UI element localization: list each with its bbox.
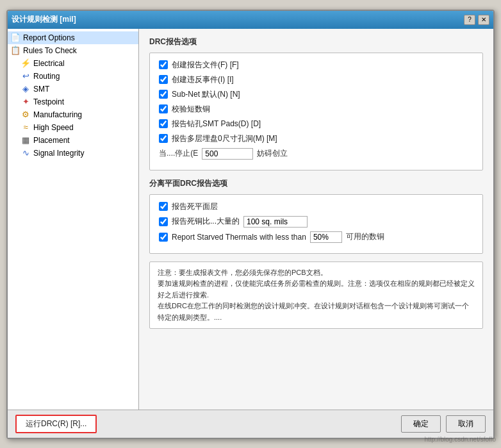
stop-label: 当....停止(E [159, 148, 198, 159]
cancel-button[interactable]: 取消 [446, 415, 486, 433]
starved-thermal-suffix: 可用的数铜 [346, 231, 384, 242]
plane-section: 分离平面DRC报告选项 报告死平面层 报告死铜比...大量的 Report St… [149, 178, 483, 254]
checkbox-create-report[interactable] [159, 60, 168, 69]
plane-section-title: 分离平面DRC报告选项 [149, 178, 483, 189]
sidebar-item-label: Manufacturing [33, 110, 82, 119]
smt-icon: ◈ [21, 84, 31, 94]
sidebar-item-signal-integrity[interactable]: ∿ Signal Integrity [8, 147, 138, 160]
sidebar-item-label: High Speed [33, 123, 74, 132]
help-button[interactable]: ? [464, 15, 475, 25]
electrical-icon: ⚡ [21, 58, 31, 69]
routing-icon: ↩ [21, 71, 31, 81]
checkbox-report-dead[interactable] [159, 202, 168, 211]
checkbox-report-drill[interactable] [159, 119, 168, 128]
checkbox-starved-thermal[interactable] [159, 233, 168, 242]
rules-icon: 📋 [10, 46, 21, 56]
label-report-multilayer: 报告多层埋盘0尺寸孔洞(M) [M] [172, 133, 277, 144]
placement-icon: ▦ [21, 135, 31, 145]
checkbox-row-report-drill: 报告钻孔SMT Pads(D) [D] [159, 119, 473, 129]
label-create-report: 创建报告文件(F) [F] [172, 60, 239, 71]
testpoint-icon: ✦ [21, 97, 31, 107]
checkbox-row-report-multilayer: 报告多层埋盘0尺寸孔洞(M) [M] [159, 133, 473, 144]
ok-button[interactable]: 确定 [401, 415, 441, 433]
checkbox-verify-short[interactable] [159, 104, 168, 113]
label-report-drill: 报告钻孔SMT Pads(D) [D] [172, 119, 261, 129]
label-report-starved-large: 报告死铜比...大量的 [172, 216, 240, 227]
checkbox-report-multilayer[interactable] [159, 134, 168, 143]
close-button[interactable]: ✕ [478, 15, 489, 25]
drc-options-box: 创建报告文件(F) [F] 创建违反事件(I) [I] Sub-Net 默认(N… [149, 53, 483, 170]
sidebar-item-label: Routing [33, 72, 60, 81]
checkbox-row-subnet: Sub-Net 默认(N) [N] [159, 89, 473, 100]
checkbox-row-verify-short: 校验短数铜 [159, 104, 473, 115]
checkbox-report-starved-large[interactable] [159, 217, 168, 226]
checkbox-row-create-violations: 创建违反事件(I) [I] [159, 74, 473, 85]
label-create-violations: 创建违反事件(I) [I] [172, 74, 234, 85]
starved-value-input[interactable] [243, 216, 308, 228]
titlebar-buttons: ? ✕ [464, 15, 489, 25]
highspeed-icon: ≈ [21, 122, 31, 133]
checkbox-row-starved-thermal: Report Starved Thermals with less than 可… [159, 231, 473, 243]
checkbox-row-report-dead: 报告死平面层 [159, 201, 473, 212]
drc-section: DRC报告选项 创建报告文件(F) [F] 创建违反事件(I) [I] Sub-… [149, 37, 483, 170]
stop-row: 当....停止(E 妨碍创立 [159, 148, 473, 160]
window-title: 设计规则检测 [mil] [12, 14, 76, 25]
note-box: 注意：要生成报表文件，您必须先保存您的PCB文档。 要加速规则检查的进程，仅使能… [149, 261, 483, 329]
starved-thermal-value-input[interactable] [310, 231, 342, 243]
content-area: 📄 Report Options 📋 Rules To Check ⚡ Elec… [8, 29, 493, 410]
label-subnet: Sub-Net 默认(N) [N] [172, 89, 240, 100]
checkbox-create-violations[interactable] [159, 75, 168, 84]
main-window: 设计规则检测 [mil] ? ✕ 📄 Report Options 📋 Rule… [6, 10, 495, 439]
sidebar-item-label: Placement [33, 136, 70, 145]
sidebar-item-placement[interactable]: ▦ Placement [8, 134, 138, 147]
sidebar-item-label: Electrical [33, 59, 65, 68]
main-panel: DRC报告选项 创建报告文件(F) [F] 创建违反事件(I) [I] Sub-… [139, 29, 493, 410]
sidebar-item-highspeed[interactable]: ≈ High Speed [8, 121, 138, 134]
sidebar-item-label: Rules To Check [23, 46, 77, 55]
checkbox-row-report-starved-large: 报告死铜比...大量的 [159, 216, 473, 228]
sidebar-item-routing[interactable]: ↩ Routing [8, 70, 138, 83]
drc-section-title: DRC报告选项 [149, 37, 483, 47]
sidebar-item-rules-to-check[interactable]: 📋 Rules To Check [8, 44, 138, 57]
label-report-dead: 报告死平面层 [172, 201, 218, 212]
label-verify-short: 校验短数铜 [172, 104, 210, 115]
sidebar-item-label: SMT [33, 85, 49, 94]
manufacturing-icon: ⚙ [21, 110, 31, 120]
checkbox-subnet[interactable] [159, 90, 168, 99]
report-icon: 📄 [10, 33, 21, 43]
note-text: 注意：要生成报表文件，您必须先保存您的PCB文档。 要加速规则检查的进程，仅使能… [158, 269, 475, 321]
sidebar: 📄 Report Options 📋 Rules To Check ⚡ Elec… [8, 29, 139, 410]
label-starved-thermal: Report Starved Thermals with less than [172, 233, 306, 242]
sidebar-item-manufacturing[interactable]: ⚙ Manufacturing [8, 108, 138, 121]
plane-options-box: 报告死平面层 报告死铜比...大量的 Report Starved Therma… [149, 194, 483, 254]
sidebar-item-report-options[interactable]: 📄 Report Options [8, 31, 138, 44]
sidebar-item-label: Report Options [23, 33, 75, 42]
run-drc-button[interactable]: 运行DRC(R) [R]... [15, 415, 97, 433]
stop-value-input[interactable] [202, 148, 253, 160]
sidebar-item-label: Signal Integrity [33, 149, 84, 158]
stop-suffix: 妨碍创立 [257, 148, 288, 159]
checkbox-row-create-report: 创建报告文件(F) [F] [159, 60, 473, 71]
signal-integrity-icon: ∿ [21, 148, 31, 158]
sidebar-item-smt[interactable]: ◈ SMT [8, 83, 138, 95]
sidebar-item-testpoint[interactable]: ✦ Testpoint [8, 95, 138, 108]
sidebar-item-label: Testpoint [33, 97, 64, 106]
sidebar-item-electrical[interactable]: ⚡ Electrical [8, 57, 138, 70]
ok-cancel-buttons: 确定 取消 [401, 415, 486, 433]
titlebar: 设计规则检测 [mil] ? ✕ [8, 11, 493, 29]
bottom-bar: 运行DRC(R) [R]... 确定 取消 [8, 410, 493, 438]
